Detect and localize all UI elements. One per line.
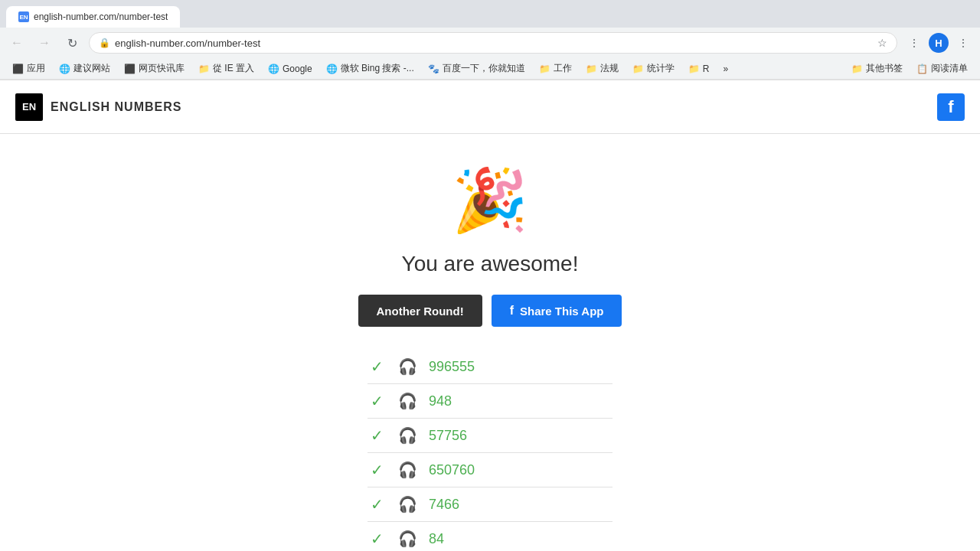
- share-facebook-icon: f: [510, 304, 514, 318]
- bookmark-r[interactable]: 📁 R: [682, 62, 716, 76]
- main-content: 🎉 You are awesome! Another Round! f Shar…: [0, 134, 980, 551]
- bookmark-law[interactable]: 📁 法规: [580, 60, 625, 77]
- headphone-icon-5[interactable]: 🎧: [398, 495, 416, 514]
- check-icon-3: ✓: [368, 426, 386, 445]
- stats-icon: 📁: [632, 64, 644, 74]
- awesome-text: You are awesome!: [402, 252, 579, 276]
- tab-bar: EN english-number.com/number-test: [0, 0, 980, 28]
- bookmark-law-label: 法规: [600, 62, 619, 75]
- bookmark-bing-label: 微软 Bing 搜索 -...: [341, 62, 414, 75]
- result-item: ✓ 🎧 996555: [368, 350, 612, 384]
- share-button[interactable]: f Share This App: [492, 295, 622, 327]
- logo-text: ENGLISH NUMBERS: [51, 100, 181, 114]
- result-number-6: 84: [429, 531, 444, 547]
- celebration-emoji: 🎉: [452, 165, 528, 236]
- browser-chrome: EN english-number.com/number-test ← → ↻ …: [0, 0, 980, 80]
- tab-title: english-number.com/number-test: [34, 11, 168, 22]
- bookmark-reading-list-label: 阅读清单: [931, 62, 968, 75]
- headphone-icon-6[interactable]: 🎧: [398, 530, 416, 548]
- back-button[interactable]: ←: [6, 32, 28, 54]
- apps-icon: ⬛: [12, 64, 24, 74]
- bookmark-ie-label: 從 IE 置入: [213, 62, 254, 75]
- result-item: ✓ 🎧 650760: [368, 453, 612, 487]
- result-number-1: 996555: [429, 359, 475, 375]
- logo-icon: EN: [15, 93, 43, 121]
- headphone-icon-1[interactable]: 🎧: [398, 357, 416, 376]
- bookmark-other[interactable]: 📁 其他书签: [845, 60, 909, 77]
- forward-button[interactable]: →: [34, 32, 55, 54]
- more-options-button[interactable]: ⋮: [952, 32, 974, 54]
- work-icon: 📁: [539, 64, 550, 74]
- bookmark-baidu-label: 百度一下，你就知道: [443, 62, 525, 75]
- other-bookmarks-icon: 📁: [851, 64, 863, 74]
- page-content: EN ENGLISH NUMBERS f 🎉 You are awesome! …: [0, 80, 980, 551]
- bookmark-suggest[interactable]: 🌐 建议网站: [53, 60, 116, 77]
- bookmark-r-label: R: [703, 64, 710, 74]
- bookmark-stats[interactable]: 📁 统计学: [626, 60, 681, 77]
- extensions-button[interactable]: ⋮: [903, 32, 925, 54]
- r-folder-icon: 📁: [688, 64, 700, 74]
- baidu-icon: 🐾: [428, 64, 439, 74]
- address-bar[interactable]: 🔒 english-number.com/number-test ☆: [89, 32, 897, 54]
- facebook-header-icon[interactable]: f: [937, 93, 965, 121]
- lock-icon: 🔒: [99, 37, 110, 48]
- header-right: f: [937, 93, 965, 121]
- result-item: ✓ 🎧 57756: [368, 419, 612, 453]
- headphone-icon-2[interactable]: 🎧: [398, 392, 416, 410]
- headphone-icon-3[interactable]: 🎧: [398, 426, 416, 445]
- ie-icon: 📁: [198, 64, 210, 74]
- check-icon-2: ✓: [368, 392, 386, 410]
- result-number-5: 7466: [429, 497, 459, 513]
- bookmarks-bar: ⬛ 应用 🌐 建议网站 ⬛ 网页快讯库 📁 從 IE 置入 🌐 Google 🌐…: [0, 58, 980, 80]
- bookmark-ie[interactable]: 📁 從 IE 置入: [192, 60, 260, 77]
- result-number-4: 650760: [429, 462, 475, 478]
- results-list: ✓ 🎧 996555 ✓ 🎧 948 ✓ 🎧 57756 ✓ 🎧 650760: [368, 350, 612, 551]
- url-text: english-number.com/number-test: [115, 37, 873, 49]
- reload-button[interactable]: ↻: [61, 32, 83, 54]
- bookmark-google[interactable]: 🌐 Google: [262, 62, 318, 76]
- bookmark-suggest-label: 建议网站: [74, 62, 110, 75]
- facebook-f-icon: f: [948, 97, 953, 117]
- bookmark-star-icon: ☆: [877, 37, 887, 49]
- check-icon-5: ✓: [368, 495, 386, 514]
- bookmark-work[interactable]: 📁 工作: [533, 60, 578, 77]
- bookmark-google-label: Google: [283, 64, 312, 74]
- bookmark-more-label: »: [723, 64, 728, 74]
- result-number-3: 57756: [429, 428, 467, 444]
- reload-icon: ↻: [67, 36, 77, 51]
- bookmark-baidu[interactable]: 🐾 百度一下，你就知道: [422, 60, 531, 77]
- check-icon-4: ✓: [368, 461, 386, 479]
- check-icon-1: ✓: [368, 357, 386, 376]
- law-icon: 📁: [586, 64, 597, 74]
- back-arrow-icon: ←: [11, 36, 23, 50]
- bookmark-other-label: 其他书签: [866, 62, 903, 75]
- another-round-button[interactable]: Another Round!: [358, 295, 482, 327]
- bookmark-stats-label: 统计学: [647, 62, 675, 75]
- result-item: ✓ 🎧 948: [368, 384, 612, 419]
- bookmark-apps[interactable]: ⬛ 应用: [6, 60, 51, 77]
- forward-arrow-icon: →: [38, 36, 51, 50]
- reading-list-icon: 📋: [916, 64, 928, 74]
- share-button-label: Share This App: [520, 305, 603, 318]
- result-number-2: 948: [429, 393, 452, 409]
- bookmark-more[interactable]: »: [717, 62, 734, 76]
- bookmark-apps-label: 应用: [27, 62, 45, 75]
- result-item: ✓ 🎧 84: [368, 522, 612, 551]
- profile-button[interactable]: H: [928, 32, 949, 54]
- suggest-icon: 🌐: [59, 64, 70, 74]
- bookmark-news-label: 网页快讯库: [139, 62, 185, 75]
- bookmark-work-label: 工作: [554, 62, 572, 75]
- profile-avatar: H: [929, 33, 949, 53]
- nav-icons-right: ⋮ H ⋮: [903, 32, 974, 54]
- nav-bar: ← → ↻ 🔒 english-number.com/number-test ☆…: [0, 28, 980, 58]
- result-item: ✓ 🎧 7466: [368, 487, 612, 522]
- bookmark-bing[interactable]: 🌐 微软 Bing 搜索 -...: [320, 60, 420, 77]
- bookmark-reading-list[interactable]: 📋 阅读清单: [910, 60, 974, 77]
- action-buttons: Another Round! f Share This App: [358, 295, 622, 327]
- google-icon: 🌐: [268, 64, 279, 74]
- bookmark-news[interactable]: ⬛ 网页快讯库: [118, 60, 191, 77]
- check-icon-6: ✓: [368, 530, 386, 548]
- bing-icon: 🌐: [326, 64, 338, 74]
- headphone-icon-4[interactable]: 🎧: [398, 461, 416, 479]
- active-tab[interactable]: EN english-number.com/number-test: [6, 6, 180, 28]
